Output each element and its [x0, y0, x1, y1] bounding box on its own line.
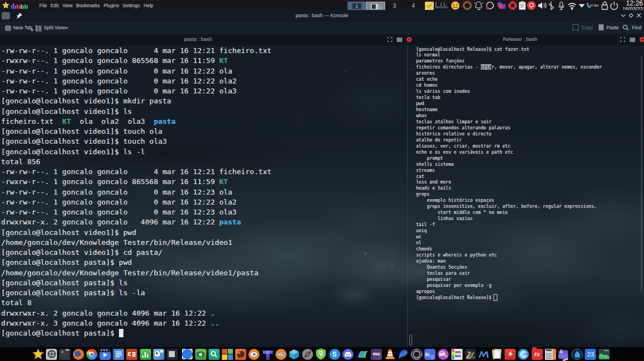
svg-text:37.8%: 37.8% [590, 4, 599, 7]
